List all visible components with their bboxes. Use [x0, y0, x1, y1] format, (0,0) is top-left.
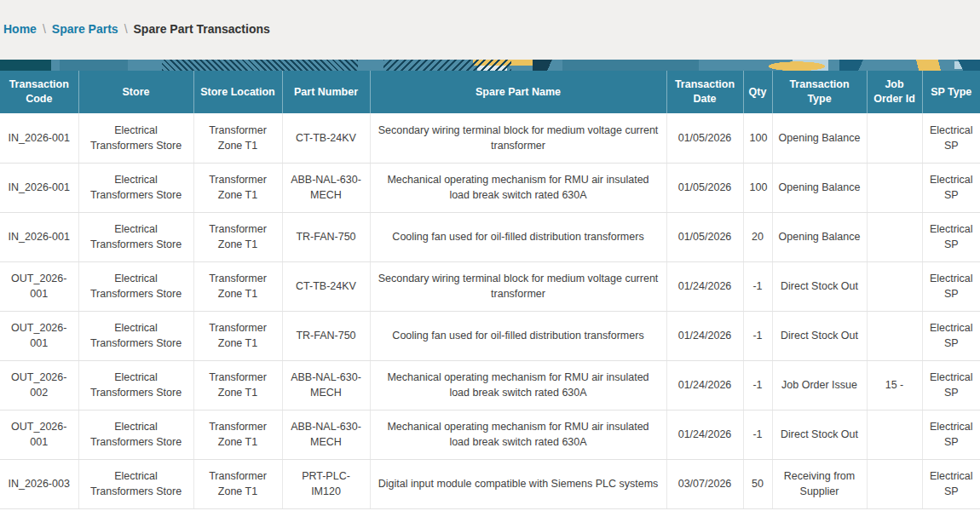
cell-name: Digital input module compatible with Sie…: [370, 459, 666, 508]
cell-store: Electrical Transformers Store: [78, 410, 193, 459]
cell-location: Transformer Zone T1: [193, 212, 282, 261]
cell-part: ABB-NAL-630-MECH: [282, 410, 370, 459]
cell-sptype: Electrical SP: [922, 261, 980, 311]
cell-code: IN_2026-003: [0, 459, 78, 508]
cell-type: Opening Balance: [772, 163, 867, 212]
cell-qty: 20: [743, 212, 772, 261]
cell-date: 01/24/2026: [666, 410, 743, 459]
table-body: IN_2026-001Electrical Transformers Store…: [0, 113, 980, 508]
cell-code: OUT_2026-001: [0, 261, 78, 311]
cell-store: Electrical Transformers Store: [78, 459, 193, 508]
cell-location: Transformer Zone T1: [193, 163, 282, 212]
cell-type: Direct Stock Out: [772, 261, 867, 311]
cell-sptype: Electrical SP: [922, 311, 980, 360]
cell-store: Electrical Transformers Store: [78, 360, 193, 410]
cell-sptype: Electrical SP: [922, 360, 980, 410]
cell-location: Transformer Zone T1: [193, 410, 282, 459]
column-header-qty: Qty: [743, 71, 772, 113]
column-header-transaction-date: Transaction Date: [666, 71, 743, 113]
cell-part: CT-TB-24KV: [282, 113, 370, 163]
cell-part: CT-TB-24KV: [282, 261, 370, 311]
cell-location: Transformer Zone T1: [193, 360, 282, 410]
cell-sptype: Electrical SP: [922, 113, 980, 163]
column-header-sp-type: SP Type: [922, 71, 980, 113]
cell-location: Transformer Zone T1: [193, 459, 282, 508]
cell-qty: 100: [743, 113, 772, 163]
cell-job: [867, 113, 922, 163]
cell-part: TR-FAN-750: [282, 212, 370, 261]
cell-job: [867, 410, 922, 459]
cell-code: OUT_2026-001: [0, 311, 78, 360]
table-row: IN_2026-001Electrical Transformers Store…: [0, 212, 980, 261]
table-row: IN_2026-003Electrical Transformers Store…: [0, 459, 980, 508]
cell-code: OUT_2026-001: [0, 410, 78, 459]
cell-type: Opening Balance: [772, 113, 867, 163]
cell-sptype: Electrical SP: [922, 459, 980, 508]
cell-name: Mechanical operating mechanism for RMU a…: [370, 360, 666, 410]
cell-code: IN_2026-001: [0, 212, 78, 261]
table-row: OUT_2026-001Electrical Transformers Stor…: [0, 410, 980, 459]
column-header-spare-part-name: Spare Part Name: [370, 71, 666, 113]
cell-qty: -1: [743, 410, 772, 459]
cell-job: [867, 212, 922, 261]
cell-job: [867, 459, 922, 508]
breadcrumb-separator: \: [43, 22, 46, 36]
cell-part: ABB-NAL-630-MECH: [282, 360, 370, 410]
cell-date: 01/24/2026: [666, 311, 743, 360]
cell-sptype: Electrical SP: [922, 212, 980, 261]
breadcrumb-separator: \: [124, 22, 128, 36]
cell-part: PRT-PLC-IM120: [282, 459, 370, 508]
breadcrumb-home-link[interactable]: Home: [3, 22, 37, 36]
cell-type: Direct Stock Out: [772, 311, 867, 360]
cell-store: Electrical Transformers Store: [78, 163, 193, 212]
table-row: IN_2026-001Electrical Transformers Store…: [0, 113, 980, 163]
cell-store: Electrical Transformers Store: [78, 261, 193, 311]
cell-name: Secondary wiring terminal block for medi…: [370, 261, 666, 311]
cell-store: Electrical Transformers Store: [78, 311, 193, 360]
cell-qty: -1: [743, 311, 772, 360]
cell-code: OUT_2026-002: [0, 360, 78, 410]
cell-code: IN_2026-001: [0, 163, 78, 212]
cell-qty: 50: [743, 459, 772, 508]
cell-job: [867, 261, 922, 311]
cell-store: Electrical Transformers Store: [78, 212, 193, 261]
cell-job: [867, 163, 922, 212]
cell-location: Transformer Zone T1: [193, 261, 282, 311]
cell-date: 01/05/2026: [666, 212, 743, 261]
cell-qty: -1: [743, 360, 772, 410]
column-header-job-order-id: Job Order Id: [867, 71, 922, 113]
cell-type: Direct Stock Out: [772, 410, 867, 459]
cell-qty: 100: [743, 163, 772, 212]
column-header-store-location: Store Location: [193, 71, 282, 113]
table-row: OUT_2026-002Electrical Transformers Stor…: [0, 360, 980, 410]
top-bar: Home \ Spare Parts \ Spare Part Transact…: [0, 0, 980, 60]
cell-name: Cooling fan used for oil-filled distribu…: [370, 212, 666, 261]
column-header-store: Store: [78, 71, 193, 113]
cell-name: Mechanical operating mechanism for RMU a…: [370, 163, 666, 212]
cell-name: Secondary wiring terminal block for medi…: [370, 113, 666, 163]
cell-part: TR-FAN-750: [282, 311, 370, 360]
cell-sptype: Electrical SP: [922, 163, 980, 212]
breadcrumb-current-page: Spare Part Transactions: [134, 22, 270, 36]
column-header-transaction-code: Transaction Code: [0, 71, 78, 113]
cell-type: Receiving from Supplier: [772, 459, 867, 508]
column-header-part-number: Part Number: [282, 71, 370, 113]
cell-job: 15 -: [867, 360, 922, 410]
cell-job: [867, 311, 922, 360]
table-header: Transaction Code Store Store Location Pa…: [0, 71, 980, 113]
cell-sptype: Electrical SP: [922, 410, 980, 459]
column-header-transaction-type: Transaction Type: [772, 71, 867, 113]
cell-location: Transformer Zone T1: [193, 311, 282, 360]
table-row: IN_2026-001Electrical Transformers Store…: [0, 163, 980, 212]
transactions-table: Transaction Code Store Store Location Pa…: [0, 71, 980, 509]
cell-store: Electrical Transformers Store: [78, 113, 193, 163]
cell-date: 01/24/2026: [666, 360, 743, 410]
table-row: OUT_2026-001Electrical Transformers Stor…: [0, 311, 980, 360]
breadcrumb: Home \ Spare Parts \ Spare Part Transact…: [3, 22, 971, 36]
cell-location: Transformer Zone T1: [193, 113, 282, 163]
cell-date: 01/05/2026: [666, 113, 743, 163]
cell-date: 01/05/2026: [666, 163, 743, 212]
cell-name: Cooling fan used for oil-filled distribu…: [370, 311, 666, 360]
breadcrumb-spare-parts-link[interactable]: Spare Parts: [52, 22, 118, 36]
cell-qty: -1: [743, 261, 772, 311]
